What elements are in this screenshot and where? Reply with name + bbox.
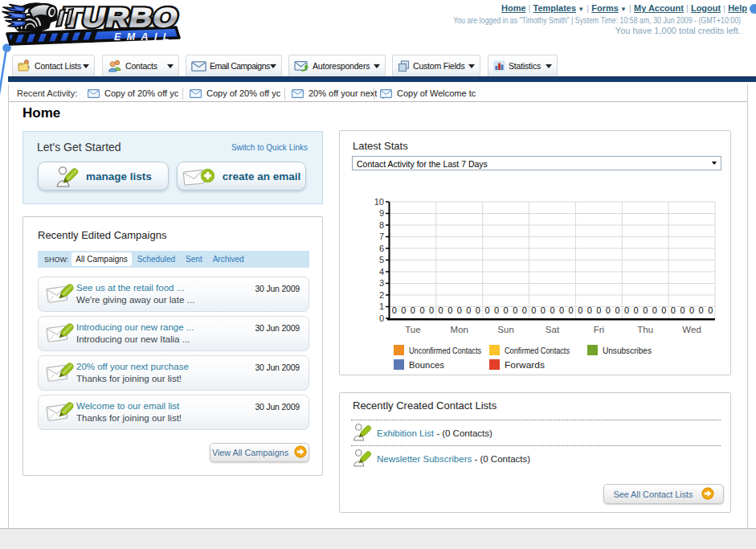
svg-text:0: 0 xyxy=(504,305,509,315)
svg-text:0: 0 xyxy=(615,305,619,315)
svg-text:8: 8 xyxy=(379,220,384,230)
svg-text:Sun: Sun xyxy=(497,325,513,334)
svg-text:0: 0 xyxy=(541,305,546,315)
svg-text:0: 0 xyxy=(578,305,582,315)
svg-text:0: 0 xyxy=(643,305,648,315)
svg-text:9: 9 xyxy=(379,208,384,218)
svg-text:5: 5 xyxy=(379,255,384,264)
svg-text:7: 7 xyxy=(379,231,384,241)
svg-text:0: 0 xyxy=(596,305,601,315)
svg-text:4: 4 xyxy=(379,267,384,277)
svg-text:Sat: Sat xyxy=(546,325,560,334)
svg-text:0: 0 xyxy=(671,305,676,315)
svg-text:Bounces: Bounces xyxy=(409,360,445,370)
svg-text:TURBO: TURBO xyxy=(59,2,182,33)
svg-text:3: 3 xyxy=(379,278,384,288)
svg-text:Mon: Mon xyxy=(451,325,468,334)
svg-text:2: 2 xyxy=(379,290,384,300)
svg-text:0: 0 xyxy=(401,305,406,315)
svg-text:0: 0 xyxy=(689,305,694,315)
svg-text:0: 0 xyxy=(634,305,639,315)
svg-text:Fri: Fri xyxy=(594,325,604,334)
svg-text:0: 0 xyxy=(606,305,611,315)
svg-text:0: 0 xyxy=(411,305,415,315)
svg-text:0: 0 xyxy=(587,305,592,315)
svg-text:0: 0 xyxy=(531,305,536,315)
svg-text:0: 0 xyxy=(419,305,424,315)
svg-text:0: 0 xyxy=(513,305,517,315)
svg-text:0: 0 xyxy=(699,305,704,315)
svg-text:0: 0 xyxy=(624,305,629,315)
svg-text:0: 0 xyxy=(392,305,397,315)
svg-text:0: 0 xyxy=(652,305,657,315)
svg-text:0: 0 xyxy=(457,305,462,315)
svg-text:0: 0 xyxy=(559,305,564,315)
svg-text:0: 0 xyxy=(522,305,527,315)
svg-text:0: 0 xyxy=(680,305,684,315)
svg-text:Tue: Tue xyxy=(405,325,420,334)
svg-text:Thu: Thu xyxy=(637,325,653,334)
svg-text:Confirmed Contacts: Confirmed Contacts xyxy=(505,346,570,355)
svg-text:0: 0 xyxy=(494,305,499,315)
svg-text:Unconfirmed Contacts: Unconfirmed Contacts xyxy=(409,346,481,355)
svg-text:0: 0 xyxy=(466,305,471,315)
svg-text:0: 0 xyxy=(708,305,713,315)
svg-text:1: 1 xyxy=(379,301,384,311)
svg-text:0: 0 xyxy=(550,305,554,315)
svg-text:0: 0 xyxy=(447,305,452,315)
svg-text:10: 10 xyxy=(374,197,384,207)
svg-text:0: 0 xyxy=(439,305,443,315)
svg-text:Unsubscribes: Unsubscribes xyxy=(603,346,652,355)
svg-text:0: 0 xyxy=(569,305,574,315)
svg-text:Forwards: Forwards xyxy=(505,360,546,370)
svg-text:0: 0 xyxy=(429,305,434,315)
svg-text:6: 6 xyxy=(379,244,384,253)
svg-text:0: 0 xyxy=(661,305,666,315)
svg-text:0: 0 xyxy=(484,305,489,315)
svg-text:0: 0 xyxy=(379,313,384,323)
svg-text:Wed: Wed xyxy=(682,325,701,334)
svg-text:0: 0 xyxy=(476,305,480,315)
